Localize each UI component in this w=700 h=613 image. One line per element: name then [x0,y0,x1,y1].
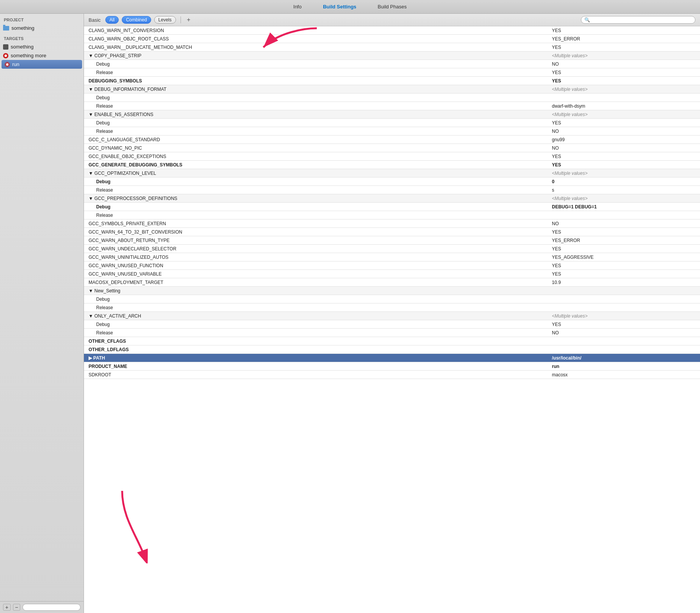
table-row-debug-info-release[interactable]: Releasedwarf-with-dsym [84,102,700,110]
setting-name-copy-phase-release: Release [84,69,547,76]
sidebar-item-something-more[interactable]: something more [0,51,84,60]
setting-name-gcc-warn-64: GCC_WARN_64_TO_32_BIT_CONVERSION [84,228,547,236]
sidebar-label-something-more: something more [11,53,46,58]
remove-target-button[interactable]: − [13,604,21,611]
setting-value-gcc-warn-return: YES_ERROR [547,237,700,244]
table-row-gcc-opt-release[interactable]: Releases [84,186,700,194]
table-row-debug-info-debug[interactable]: Debug [84,94,700,102]
setting-name-gcc-opt-level: ▼ GCC_OPTIMIZATION_LEVEL [84,169,547,177]
table-row-only-release[interactable]: ReleaseNO [84,329,700,337]
setting-name-gcc-warn-uninit: GCC_WARN_UNINITIALIZED_AUTOS [84,253,547,261]
setting-name-debugging-symbols: DEBUGGING_SYMBOLS [84,77,547,85]
setting-name-debug-info-format: ▼ DEBUG_INFORMATION_FORMAT [84,85,547,93]
settings-table: CLANG_WARN_INT_CONVERSIONYESCLANG_WARN_O… [84,26,700,613]
setting-name-clang-warn-dup: CLANG_WARN__DUPLICATE_METHOD_MATCH [84,44,547,51]
top-tab-bar: Info Build Settings Build Phases [0,0,700,14]
setting-value-path: /usr/local/bin/ [547,354,700,362]
setting-value-gcc-opt-release: s [547,186,700,194]
targets-section-label: TARGETS [0,32,84,42]
search-input[interactable] [592,17,692,23]
table-row-enable-ns-release[interactable]: ReleaseNO [84,127,700,136]
table-row-gcc-opt-debug[interactable]: Debug0 [84,177,700,186]
table-row-clang-warn-int[interactable]: CLANG_WARN_INT_CONVERSIONYES [84,26,700,35]
table-row-gcc-sym-priv[interactable]: GCC_SYMBOLS_PRIVATE_EXTERNNO [84,219,700,228]
table-row-clang-warn-objc[interactable]: CLANG_WARN_OBJC_ROOT_CLASSYES_ERROR [84,35,700,43]
table-row-gcc-warn-selector[interactable]: GCC_WARN_UNDECLARED_SELECTORYES [84,245,700,253]
setting-name-only-release: Release [84,329,547,337]
table-row-only-debug[interactable]: DebugYES [84,320,700,329]
table-row-enable-ns-assert[interactable]: ▼ ENABLE_NS_ASSERTIONS<Multiple values> [84,110,700,119]
setting-value-debug-info-release: dwarf-with-dsym [547,102,700,110]
sidebar-item-run[interactable]: run [2,60,82,69]
table-row-other-cflags[interactable]: OTHER_CFLAGS [84,337,700,345]
setting-name-only-debug: Debug [84,321,547,328]
project-item-label: something [11,25,34,31]
add-target-button[interactable]: + [3,604,11,611]
setting-name-path: ▶ PATH [84,354,547,362]
table-row-only-active-arch[interactable]: ▼ ONLY_ACTIVE_ARCH<Multiple values> [84,312,700,320]
sidebar-item-something[interactable]: something [0,42,84,51]
table-row-new-release[interactable]: Release [84,303,700,312]
setting-name-gcc-pre-release: Release [84,211,547,219]
table-row-gcc-enable-objc[interactable]: GCC_ENABLE_OBJC_EXCEPTIONSYES [84,152,700,161]
setting-name-gcc-opt-release: Release [84,186,547,194]
table-row-gcc-preprocessor[interactable]: ▼ GCC_PREPROCESSOR_DEFINITIONS<Multiple … [84,194,700,203]
table-row-new-setting[interactable]: ▼ New_Setting [84,287,700,295]
setting-name-gcc-c-lang: GCC_C_LANGUAGE_STANDARD [84,136,547,144]
table-row-path[interactable]: ▶ PATH/usr/local/bin/ [84,354,700,362]
setting-name-other-ldflags: OTHER_LDFLAGS [84,346,547,353]
setting-name-clang-warn-int: CLANG_WARN_INT_CONVERSION [84,27,547,34]
table-row-copy-phase-release[interactable]: ReleaseYES [84,68,700,77]
filter-combined-button[interactable]: Combined [122,16,151,24]
setting-name-new-setting: ▼ New_Setting [84,287,547,295]
table-row-gcc-warn-64[interactable]: GCC_WARN_64_TO_32_BIT_CONVERSIONYES [84,228,700,236]
table-row-new-debug[interactable]: Debug [84,295,700,303]
sidebar-item-project[interactable]: something [0,24,84,32]
target-icon-run [5,62,10,67]
filter-levels-button[interactable]: Levels [154,16,176,24]
table-row-copy-phase-debug[interactable]: DebugNO [84,60,700,68]
filter-all-button[interactable]: All [105,16,119,24]
add-setting-button[interactable]: + [185,16,192,23]
setting-value-clang-warn-dup: YES [547,44,700,51]
setting-value-clang-warn-objc: YES_ERROR [547,35,700,43]
sidebar-filter-input[interactable] [23,604,81,611]
sidebar-label-run: run [12,61,19,67]
tab-build-settings[interactable]: Build Settings [320,2,359,11]
tab-info[interactable]: Info [290,2,305,11]
table-row-gcc-gen-debug[interactable]: GCC_GENERATE_DEBUGGING_SYMBOLSYES [84,161,700,169]
content: Basic All Combined Levels + 🔍 CLANG_WARN… [84,14,700,613]
table-row-gcc-pre-release[interactable]: Release [84,211,700,219]
table-row-gcc-warn-return[interactable]: GCC_WARN_ABOUT_RETURN_TYPEYES_ERROR [84,236,700,245]
table-row-gcc-pre-debug[interactable]: DebugDEBUG=1 DEBUG=1 [84,203,700,211]
setting-value-new-debug [547,298,700,300]
table-row-debug-info-format[interactable]: ▼ DEBUG_INFORMATION_FORMAT<Multiple valu… [84,85,700,94]
table-row-clang-warn-dup[interactable]: CLANG_WARN__DUPLICATE_METHOD_MATCHYES [84,43,700,52]
setting-value-gcc-opt-debug: 0 [547,178,700,186]
filter-bar: Basic All Combined Levels + 🔍 [84,14,700,26]
setting-value-product-name: run [547,363,700,370]
table-row-debugging-symbols[interactable]: DEBUGGING_SYMBOLSYES [84,77,700,85]
filter-basic-label: Basic [89,17,101,23]
setting-name-product-name: PRODUCT_NAME [84,363,547,370]
table-row-gcc-opt-level[interactable]: ▼ GCC_OPTIMIZATION_LEVEL<Multiple values… [84,169,700,177]
table-row-gcc-dynamic-pic[interactable]: GCC_DYNAMIC_NO_PICNO [84,144,700,152]
table-row-copy-phase-strip[interactable]: ▼ COPY_PHASE_STRIP<Multiple values> [84,52,700,60]
setting-value-gcc-enable-objc: YES [547,153,700,160]
table-row-product-name[interactable]: PRODUCT_NAMErun [84,362,700,371]
table-row-enable-ns-debug[interactable]: DebugYES [84,119,700,127]
table-row-gcc-warn-var[interactable]: GCC_WARN_UNUSED_VARIABLEYES [84,270,700,278]
table-row-macosx-deploy[interactable]: MACOSX_DEPLOYMENT_TARGET10.9 [84,278,700,287]
setting-value-sdkroot: macosx [547,371,700,379]
table-row-other-ldflags[interactable]: OTHER_LDFLAGS [84,345,700,354]
tab-build-phases[interactable]: Build Phases [375,2,410,11]
setting-value-enable-ns-release: NO [547,127,700,135]
table-row-gcc-c-lang[interactable]: GCC_C_LANGUAGE_STANDARDgnu99 [84,136,700,144]
table-row-sdkroot[interactable]: SDKROOTmacosx [84,371,700,379]
setting-name-macosx-deploy: MACOSX_DEPLOYMENT_TARGET [84,279,547,286]
setting-name-enable-ns-release: Release [84,127,547,135]
setting-name-gcc-pre-debug: Debug [84,203,547,211]
table-row-gcc-warn-uninit[interactable]: GCC_WARN_UNINITIALIZED_AUTOSYES_AGGRESSI… [84,253,700,261]
setting-name-other-cflags: OTHER_CFLAGS [84,337,547,345]
table-row-gcc-warn-func[interactable]: GCC_WARN_UNUSED_FUNCTIONYES [84,261,700,270]
